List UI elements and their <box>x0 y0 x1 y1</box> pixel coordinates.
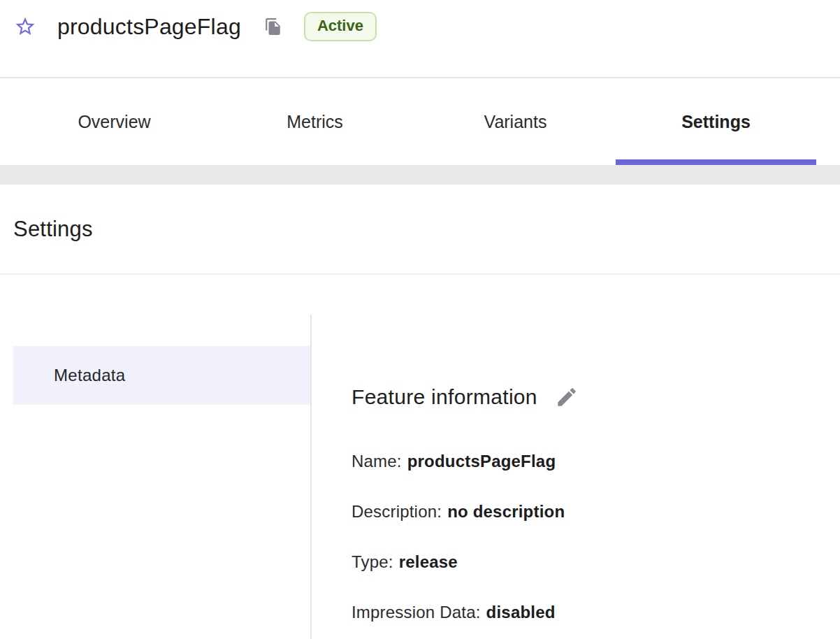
edit-feature-button[interactable] <box>554 385 579 410</box>
star-outline-icon <box>14 15 36 38</box>
flag-header: productsPageFlag Active <box>0 0 840 78</box>
feature-information-heading-row: Feature information <box>352 385 840 410</box>
copy-icon <box>264 17 282 36</box>
settings-content-row: Metadata Feature information Name:produc… <box>0 315 840 639</box>
field-impression-data: Impression Data:disabled <box>352 603 840 622</box>
field-name-value: productsPageFlag <box>407 452 556 471</box>
feature-fields: Name:productsPageFlag Description:no des… <box>352 452 840 622</box>
feature-information-panel: Feature information Name:productsPageFla… <box>312 315 840 639</box>
sidebar-item-label: Metadata <box>54 366 125 385</box>
settings-content: Metadata Feature information Name:produc… <box>0 275 840 639</box>
field-description-label: Description: <box>352 502 442 521</box>
pencil-edit-icon <box>555 385 579 409</box>
favorite-star-button[interactable] <box>14 15 36 38</box>
tab-variants[interactable]: Variants <box>415 78 616 165</box>
sidebar-item-metadata[interactable]: Metadata <box>13 346 310 405</box>
tab-overview-label: Overview <box>78 112 150 132</box>
tab-overview[interactable]: Overview <box>14 78 215 165</box>
field-name: Name:productsPageFlag <box>352 452 840 471</box>
field-description-value: no description <box>447 502 565 521</box>
field-impression-data-value: disabled <box>486 603 556 622</box>
page-background-band <box>0 165 840 185</box>
page-title: productsPageFlag <box>57 14 241 40</box>
status-badge: Active <box>304 12 377 41</box>
copy-name-button[interactable] <box>263 17 283 36</box>
flag-tab-bar: Overview Metrics Variants Settings <box>0 78 840 165</box>
feature-information-title: Feature information <box>352 385 537 409</box>
field-impression-data-label: Impression Data: <box>352 603 481 622</box>
tab-settings-label: Settings <box>681 112 751 132</box>
field-name-label: Name: <box>352 452 402 471</box>
tab-metrics[interactable]: Metrics <box>215 78 415 165</box>
settings-heading: Settings <box>13 217 93 242</box>
flag-header-row: productsPageFlag Active <box>0 0 840 46</box>
field-type-label: Type: <box>352 552 393 571</box>
field-description: Description:no description <box>352 502 840 522</box>
settings-section-header: Settings <box>0 185 840 275</box>
field-type: Type:release <box>352 552 840 572</box>
active-tab-indicator <box>616 159 816 165</box>
tab-settings[interactable]: Settings <box>616 78 816 165</box>
field-type-value: release <box>399 552 458 571</box>
tab-variants-label: Variants <box>484 112 547 132</box>
tab-metrics-label: Metrics <box>287 112 343 132</box>
settings-sidebar: Metadata <box>0 315 312 639</box>
